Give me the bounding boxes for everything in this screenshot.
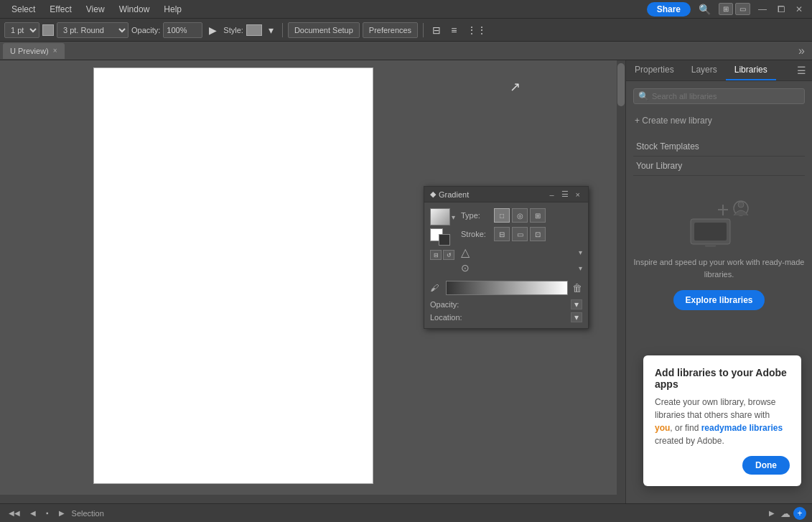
- gradient-icon-2[interactable]: ↺: [443, 250, 454, 260]
- cloud-icon[interactable]: ☁: [780, 508, 790, 519]
- status-fwd-btn[interactable]: ▶: [56, 508, 67, 518]
- stock-templates-item[interactable]: Stock Templates: [633, 137, 805, 157]
- gradient-bar[interactable]: [446, 281, 568, 295]
- gradient-main-row: ▾ ⊟ ↺ Type:: [430, 208, 582, 276]
- status-page-btn[interactable]: ▪: [43, 508, 52, 518]
- status-back-btn[interactable]: ◀: [27, 508, 39, 518]
- tooltip-done-btn[interactable]: Done: [742, 456, 790, 475]
- share-button[interactable]: Share: [647, 2, 691, 17]
- stroke-type-2[interactable]: ▭: [512, 227, 528, 241]
- search-input[interactable]: [652, 92, 800, 101]
- stroke-style-select[interactable]: 3 pt. Round 1 pt. Flat: [57, 22, 129, 38]
- tab-bar: U Preview) × »: [0, 42, 812, 60]
- artboard: [93, 67, 373, 484]
- gradient-collapse-icon[interactable]: ◆: [430, 190, 436, 199]
- library-illustration: [633, 190, 805, 248]
- gradient-type-area: Type: □ ◎ ⊞ Stroke: ⊟ ▭: [461, 208, 582, 276]
- svg-rect-2: [705, 244, 716, 247]
- angle-row: △ ▾: [461, 246, 582, 259]
- minimize-button[interactable]: —: [755, 3, 770, 16]
- stroke-type-buttons: ⊟ ▭ ⊡: [494, 227, 546, 241]
- add-button[interactable]: +: [793, 507, 806, 520]
- status-prev-btn[interactable]: ◀◀: [6, 508, 23, 518]
- close-button[interactable]: ✕: [792, 3, 806, 16]
- gradient-minimize-btn[interactable]: –: [547, 190, 556, 199]
- library-promo-text: Inspire and speed up your work with read…: [633, 256, 805, 280]
- canvas-scrollbar-vertical[interactable]: [617, 60, 625, 503]
- style-dropdown-btn[interactable]: ▾: [265, 22, 277, 38]
- paint-icon: 🖌: [430, 283, 439, 293]
- gradient-panel-header: ◆ Gradient – ☰ ×: [424, 187, 588, 202]
- menu-help[interactable]: Help: [158, 3, 187, 16]
- tab-properties[interactable]: Properties: [626, 60, 683, 80]
- gradient-icon-1[interactable]: ⊟: [430, 250, 442, 260]
- menu-effect[interactable]: Effect: [44, 3, 77, 16]
- create-library-btn[interactable]: + Create new library: [633, 113, 805, 129]
- stroke-color-preview[interactable]: [42, 24, 54, 36]
- window-controls: — ⧠ ✕: [755, 3, 806, 16]
- location-dropdown[interactable]: ▾: [571, 312, 582, 322]
- svg-point-4: [738, 202, 744, 208]
- tab-name: U Preview): [10, 47, 49, 55]
- opacity-input[interactable]: [163, 22, 202, 38]
- opacity-label: Opacity:: [131, 26, 160, 34]
- location-row: Location: ▾: [430, 312, 582, 322]
- stroke-type-1[interactable]: ⊟: [494, 227, 510, 241]
- search-box: 🔍: [633, 88, 805, 104]
- type-linear-btn[interactable]: □: [494, 208, 510, 223]
- menu-view[interactable]: View: [80, 3, 111, 16]
- gradient-menu-btn[interactable]: ☰: [559, 190, 571, 199]
- document-setup-button[interactable]: Document Setup: [288, 22, 360, 38]
- workspace-panel-btn[interactable]: ▭: [735, 3, 750, 15]
- maximize-button[interactable]: ⧠: [773, 3, 789, 16]
- menu-bar-right: Share 🔍 ⊞ ▭ — ⧠ ✕: [647, 1, 806, 17]
- arrange-icon-btn[interactable]: ⊟: [429, 22, 444, 38]
- gradient-close-btn[interactable]: ×: [574, 190, 582, 199]
- tooltip-highlight-orange: you: [655, 423, 670, 433]
- style-preview[interactable]: [246, 24, 262, 36]
- gradient-bar-row: 🖌 🗑: [430, 281, 582, 295]
- opacity-arrow-btn[interactable]: ▶: [205, 22, 220, 38]
- gradient-delete-btn[interactable]: 🗑: [572, 282, 582, 294]
- gradient-small-icons: ⊟ ↺: [430, 250, 455, 260]
- status-right: ▶ ☁ +: [766, 507, 806, 520]
- tab-layers[interactable]: Layers: [683, 60, 726, 80]
- status-right-arrow[interactable]: ▶: [766, 508, 778, 518]
- background-swatch[interactable]: [439, 234, 450, 246]
- canvas-tab[interactable]: U Preview) ×: [3, 43, 65, 59]
- stroke-size-select[interactable]: 1 pt 2 pt 3 pt: [4, 22, 39, 38]
- your-library-item[interactable]: Your Library: [633, 157, 805, 176]
- tab-close-btn[interactable]: ×: [53, 47, 57, 55]
- tab-libraries[interactable]: Libraries: [726, 60, 776, 80]
- menu-select[interactable]: Select: [6, 3, 41, 16]
- preferences-button[interactable]: Preferences: [363, 22, 418, 38]
- gradient-fill-swatch[interactable]: [430, 208, 450, 225]
- gradient-swatch-row-top: ▾: [430, 208, 455, 225]
- canvas-area[interactable]: ↗ ◆ Gradient – ☰ ×: [0, 60, 625, 503]
- workspace-grid-btn[interactable]: ⊞: [719, 3, 733, 15]
- menu-window[interactable]: Window: [113, 3, 156, 16]
- library-promo-illustration: [683, 190, 755, 248]
- stroke-type-3[interactable]: ⊡: [530, 227, 546, 241]
- type-row: Type: □ ◎ ⊞: [461, 208, 582, 223]
- align-icon-btn[interactable]: ≡: [447, 22, 460, 38]
- right-panel-menu-btn[interactable]: ☰: [791, 60, 812, 80]
- type-radial-btn[interactable]: ◎: [512, 208, 528, 223]
- tooltip-highlight-blue: readymade libraries: [701, 423, 783, 433]
- type-freeform-btn[interactable]: ⊞: [530, 208, 546, 223]
- tooltip-body-part1: Create your own library, browse librarie…: [655, 397, 776, 420]
- scrollbar-thumb-v[interactable]: [617, 63, 625, 106]
- search-icon-btn[interactable]: 🔍: [695, 1, 714, 17]
- explore-libraries-btn[interactable]: Explore libraries: [673, 290, 764, 310]
- tab-bar-arrows[interactable]: »: [794, 45, 809, 57]
- more-icon-btn[interactable]: ⋮⋮: [463, 22, 490, 38]
- style-label: Style:: [223, 26, 243, 34]
- opacity-dropdown-gp[interactable]: ▾: [571, 299, 582, 309]
- tooltip-body-part2: , or find: [670, 423, 701, 433]
- circle-dropdown[interactable]: ▾: [579, 264, 582, 272]
- toolbar-divider-1: [282, 23, 283, 37]
- swatch-dropdown-arrow[interactable]: ▾: [452, 213, 455, 221]
- canvas-scrollbar-horizontal[interactable]: [0, 495, 617, 503]
- tooltip-body: Create your own library, browse librarie…: [655, 396, 790, 447]
- angle-dropdown[interactable]: ▾: [579, 248, 582, 256]
